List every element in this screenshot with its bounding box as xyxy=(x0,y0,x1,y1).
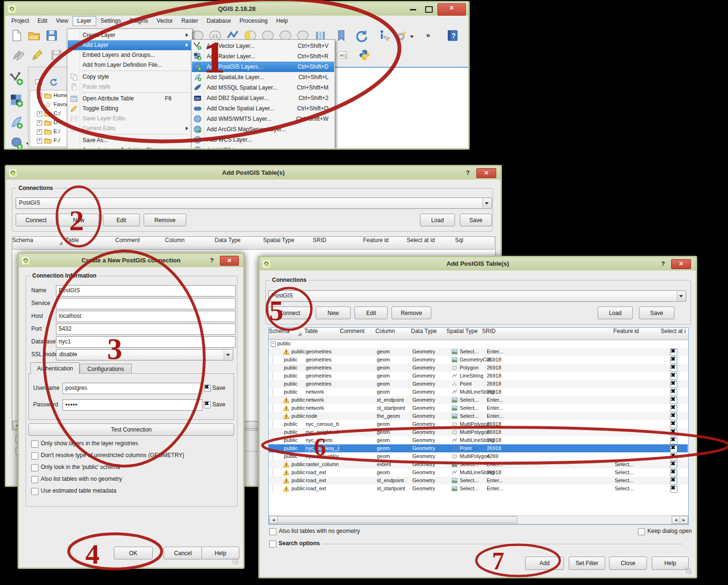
help-button-3[interactable]: Help xyxy=(201,547,239,559)
tree-expander[interactable]: + xyxy=(37,138,42,144)
layer-menu-item[interactable]: Toggle Editing xyxy=(68,104,191,114)
menubar-item-view[interactable]: View xyxy=(52,16,73,26)
layer-menu-item[interactable]: Create Layer xyxy=(68,30,191,40)
tree-expander[interactable]: + xyxy=(37,93,42,99)
column-header-0[interactable]: Schema xyxy=(12,237,66,250)
column-header-1[interactable]: Table xyxy=(304,328,340,340)
keep-dialog-open-checkbox[interactable] xyxy=(638,528,645,535)
table-row[interactable]: publicroad_extst_endpointGeometrySelect.… xyxy=(269,477,688,485)
select-at-id-checkbox[interactable] xyxy=(670,389,677,396)
column-header-0[interactable]: Schema xyxy=(269,328,305,340)
menubar-item-raster[interactable]: Raster xyxy=(177,16,202,26)
add-layer-menu-item[interactable]: Add Raster Layer...Ctrl+Shift+R xyxy=(192,51,334,62)
column-header-4[interactable]: Data Type xyxy=(411,328,447,340)
layer-menu-item[interactable]: Paste style xyxy=(68,82,191,92)
search-options-checkbox[interactable] xyxy=(269,540,276,548)
option-4-checkbox[interactable] xyxy=(31,488,38,495)
layer-menu-item[interactable]: Save Layer Edits xyxy=(68,114,191,124)
add-layer-menu-item[interactable]: Add MSSQL Spatial Layer...Ctrl+Shift+M xyxy=(192,82,334,93)
host-input[interactable]: localhost xyxy=(56,311,236,322)
remove-button[interactable]: Remove xyxy=(391,306,431,319)
table-row[interactable]: publicgeometriesgeomGeometryPoint26918 xyxy=(269,380,688,388)
load-button[interactable]: Load xyxy=(420,214,455,226)
close-button[interactable]: ✕ xyxy=(476,168,496,178)
column-header-1[interactable]: Table xyxy=(65,237,116,250)
option-2-checkbox[interactable] xyxy=(31,464,38,471)
save-username-checkbox[interactable] xyxy=(204,385,211,392)
select-at-id-checkbox[interactable] xyxy=(670,349,677,356)
help-button[interactable]: ? xyxy=(463,168,473,177)
edit-button[interactable]: Edit xyxy=(355,306,388,319)
menubar-item-vector[interactable]: Vector xyxy=(153,16,177,26)
new-button[interactable]: New xyxy=(58,214,99,226)
tree-expander[interactable]: + xyxy=(37,120,42,126)
select-at-id-checkbox[interactable] xyxy=(670,381,677,388)
table-row[interactable]: publicnyc_census_blocksgeomGeometryMulti… xyxy=(269,420,688,428)
browser-item-5[interactable]: F:/ xyxy=(54,137,60,143)
add-layer-menu-item[interactable]: Add Vector Layer...Ctrl+Shift+V xyxy=(192,41,334,51)
menubar-item-help[interactable]: Help xyxy=(272,16,292,26)
layer-menu-item[interactable]: Add Layer xyxy=(68,40,191,50)
browser-item-2[interactable]: C:/ xyxy=(54,110,61,116)
edit-button[interactable]: Edit xyxy=(103,214,140,226)
service-input[interactable] xyxy=(56,298,236,309)
select-at-id-checkbox[interactable] xyxy=(670,365,677,372)
ssl-mode-combo[interactable]: disable xyxy=(56,349,233,360)
test-connection-button[interactable]: Test Connection xyxy=(28,423,234,436)
option-0-checkbox[interactable] xyxy=(31,441,38,448)
port-input[interactable]: 5432 xyxy=(56,324,236,335)
close-button[interactable]: ✕ xyxy=(671,259,691,269)
table-row[interactable]: publicnetworkst_endpointGeometrySelect..… xyxy=(269,396,688,404)
table-row[interactable]: publicgeometriesgeomGeometrySelect...Ent… xyxy=(269,348,688,356)
table-row[interactable]: publicroad_extst_startpointGeometrySelec… xyxy=(269,485,688,493)
connect-button[interactable]: Connect xyxy=(16,214,56,226)
select-at-id-checkbox[interactable] xyxy=(670,357,677,364)
select-at-id-checkbox[interactable] xyxy=(670,437,677,444)
new-button[interactable]: New xyxy=(316,306,351,319)
layer-menu-item[interactable]: Embed Layers and Groups... xyxy=(68,50,191,60)
tables-h-scrollbar[interactable]: ◀◀▶ xyxy=(269,515,688,524)
column-header-9[interactable]: Sql xyxy=(455,237,495,250)
resize-grip[interactable] xyxy=(685,567,692,574)
table-row[interactable]: publicnyc_streetsgeomGeometryMultiLineSt… xyxy=(269,436,688,444)
column-header-3[interactable]: Column xyxy=(165,237,215,250)
add-layer-menu-item[interactable]: Add WCS Layer... xyxy=(192,135,334,145)
tree-expander[interactable]: + xyxy=(37,111,42,117)
remove-button[interactable]: Remove xyxy=(144,214,186,226)
close-button[interactable]: ✕ xyxy=(437,3,466,16)
add-layer-menu-item[interactable]: Add WFS Layer... xyxy=(192,145,334,150)
help-button[interactable]: ? xyxy=(658,259,668,268)
toolbar-overflow[interactable]: » xyxy=(426,31,436,40)
help-button[interactable]: ? xyxy=(207,256,217,265)
scroll-left-arrow[interactable]: ◀ xyxy=(269,516,278,524)
set-filter-button[interactable]: Set Filter xyxy=(569,557,605,570)
table-row[interactable]: publicnyc_subway_sta...geomGeometryPoint… xyxy=(269,444,688,452)
ok-button[interactable]: OK xyxy=(114,547,153,559)
table-row[interactable]: publicnyc_neighborhoodsgeomGeometryMulti… xyxy=(269,428,688,436)
select-at-id-checkbox[interactable] xyxy=(670,397,677,404)
option-1-checkbox[interactable] xyxy=(31,452,38,459)
browser-item-0[interactable]: Home xyxy=(54,92,68,98)
column-header-8[interactable]: Select at id xyxy=(407,237,455,250)
column-header-6[interactable]: SRID xyxy=(313,237,364,250)
username-input[interactable]: postgres xyxy=(63,383,202,394)
table-row[interactable]: publicnyccensusblockgeomGeometryMultiPol… xyxy=(269,452,688,460)
column-header-4[interactable]: Data Type xyxy=(215,237,264,250)
close-button[interactable]: ✕ xyxy=(220,256,239,266)
save-button[interactable]: Save xyxy=(460,214,492,226)
scroll-right-arrow[interactable]: ▶ xyxy=(680,516,688,524)
maximize-button[interactable] xyxy=(425,6,433,13)
minimize-button[interactable] xyxy=(410,9,416,10)
select-at-id-checkbox[interactable] xyxy=(670,405,677,412)
table-row[interactable]: publicraster_columnsextentGeometrySelect… xyxy=(269,460,688,468)
layer-menu-item[interactable]: Save As Layer Definition File... xyxy=(68,145,191,150)
select-at-id-checkbox[interactable] xyxy=(670,429,677,436)
menubar-item-project[interactable]: Project xyxy=(7,16,33,26)
layer-menu-item[interactable]: Open Attribute TableF6 xyxy=(68,94,191,104)
tree-expander[interactable]: + xyxy=(37,129,42,135)
table-row[interactable]: publicgeometriesgeomGeometryGeometryCol.… xyxy=(269,356,688,364)
tab-configurations[interactable]: Configurations xyxy=(80,364,132,374)
layer-menu-item[interactable]: Add from Layer Definition File... xyxy=(68,60,191,70)
layer-menu-item[interactable]: Save As... xyxy=(68,135,191,145)
select-at-id-checkbox[interactable] xyxy=(670,477,677,485)
